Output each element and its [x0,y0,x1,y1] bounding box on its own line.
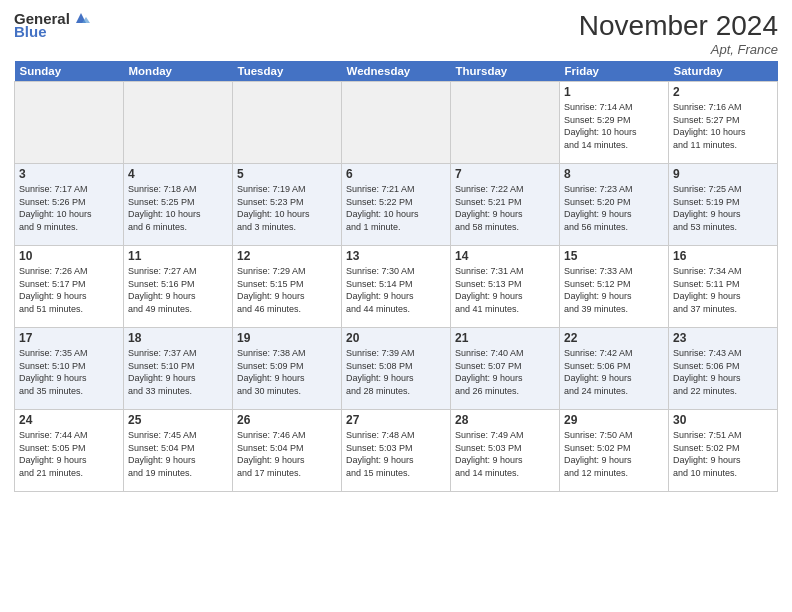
calendar-cell: 5Sunrise: 7:19 AM Sunset: 5:23 PM Daylig… [233,164,342,246]
calendar-cell: 12Sunrise: 7:29 AM Sunset: 5:15 PM Dayli… [233,246,342,328]
calendar-cell: 10Sunrise: 7:26 AM Sunset: 5:17 PM Dayli… [15,246,124,328]
weekday-header-sunday: Sunday [15,61,124,82]
day-info: Sunrise: 7:19 AM Sunset: 5:23 PM Dayligh… [237,183,337,233]
calendar-cell: 9Sunrise: 7:25 AM Sunset: 5:19 PM Daylig… [669,164,778,246]
calendar-cell: 23Sunrise: 7:43 AM Sunset: 5:06 PM Dayli… [669,328,778,410]
calendar-cell: 26Sunrise: 7:46 AM Sunset: 5:04 PM Dayli… [233,410,342,492]
day-info: Sunrise: 7:49 AM Sunset: 5:03 PM Dayligh… [455,429,555,479]
day-info: Sunrise: 7:35 AM Sunset: 5:10 PM Dayligh… [19,347,119,397]
calendar-cell: 2Sunrise: 7:16 AM Sunset: 5:27 PM Daylig… [669,82,778,164]
day-info: Sunrise: 7:45 AM Sunset: 5:04 PM Dayligh… [128,429,228,479]
calendar-cell: 22Sunrise: 7:42 AM Sunset: 5:06 PM Dayli… [560,328,669,410]
calendar-cell: 16Sunrise: 7:34 AM Sunset: 5:11 PM Dayli… [669,246,778,328]
calendar-cell: 7Sunrise: 7:22 AM Sunset: 5:21 PM Daylig… [451,164,560,246]
day-number: 19 [237,331,337,345]
day-info: Sunrise: 7:14 AM Sunset: 5:29 PM Dayligh… [564,101,664,151]
day-info: Sunrise: 7:38 AM Sunset: 5:09 PM Dayligh… [237,347,337,397]
day-info: Sunrise: 7:17 AM Sunset: 5:26 PM Dayligh… [19,183,119,233]
day-number: 14 [455,249,555,263]
day-number: 18 [128,331,228,345]
day-info: Sunrise: 7:31 AM Sunset: 5:13 PM Dayligh… [455,265,555,315]
day-info: Sunrise: 7:34 AM Sunset: 5:11 PM Dayligh… [673,265,773,315]
day-number: 20 [346,331,446,345]
day-number: 3 [19,167,119,181]
day-number: 12 [237,249,337,263]
calendar-cell [451,82,560,164]
calendar-cell: 19Sunrise: 7:38 AM Sunset: 5:09 PM Dayli… [233,328,342,410]
day-number: 27 [346,413,446,427]
day-number: 2 [673,85,773,99]
day-number: 10 [19,249,119,263]
calendar-cell: 6Sunrise: 7:21 AM Sunset: 5:22 PM Daylig… [342,164,451,246]
day-info: Sunrise: 7:50 AM Sunset: 5:02 PM Dayligh… [564,429,664,479]
day-number: 11 [128,249,228,263]
calendar-cell [233,82,342,164]
day-info: Sunrise: 7:39 AM Sunset: 5:08 PM Dayligh… [346,347,446,397]
day-info: Sunrise: 7:18 AM Sunset: 5:25 PM Dayligh… [128,183,228,233]
day-number: 7 [455,167,555,181]
day-number: 1 [564,85,664,99]
day-info: Sunrise: 7:23 AM Sunset: 5:20 PM Dayligh… [564,183,664,233]
calendar-cell: 13Sunrise: 7:30 AM Sunset: 5:14 PM Dayli… [342,246,451,328]
day-info: Sunrise: 7:46 AM Sunset: 5:04 PM Dayligh… [237,429,337,479]
calendar-cell: 4Sunrise: 7:18 AM Sunset: 5:25 PM Daylig… [124,164,233,246]
day-number: 13 [346,249,446,263]
calendar-cell: 29Sunrise: 7:50 AM Sunset: 5:02 PM Dayli… [560,410,669,492]
calendar-week-row: 17Sunrise: 7:35 AM Sunset: 5:10 PM Dayli… [15,328,778,410]
calendar-cell: 27Sunrise: 7:48 AM Sunset: 5:03 PM Dayli… [342,410,451,492]
day-info: Sunrise: 7:27 AM Sunset: 5:16 PM Dayligh… [128,265,228,315]
day-number: 25 [128,413,228,427]
calendar-cell [15,82,124,164]
day-number: 17 [19,331,119,345]
day-number: 16 [673,249,773,263]
day-info: Sunrise: 7:42 AM Sunset: 5:06 PM Dayligh… [564,347,664,397]
day-info: Sunrise: 7:21 AM Sunset: 5:22 PM Dayligh… [346,183,446,233]
day-info: Sunrise: 7:33 AM Sunset: 5:12 PM Dayligh… [564,265,664,315]
calendar-cell: 18Sunrise: 7:37 AM Sunset: 5:10 PM Dayli… [124,328,233,410]
day-info: Sunrise: 7:43 AM Sunset: 5:06 PM Dayligh… [673,347,773,397]
day-number: 9 [673,167,773,181]
logo-icon [72,9,90,27]
calendar-week-row: 24Sunrise: 7:44 AM Sunset: 5:05 PM Dayli… [15,410,778,492]
calendar-cell: 1Sunrise: 7:14 AM Sunset: 5:29 PM Daylig… [560,82,669,164]
day-info: Sunrise: 7:29 AM Sunset: 5:15 PM Dayligh… [237,265,337,315]
calendar-cell: 21Sunrise: 7:40 AM Sunset: 5:07 PM Dayli… [451,328,560,410]
day-info: Sunrise: 7:16 AM Sunset: 5:27 PM Dayligh… [673,101,773,151]
day-info: Sunrise: 7:30 AM Sunset: 5:14 PM Dayligh… [346,265,446,315]
calendar-cell [124,82,233,164]
day-number: 29 [564,413,664,427]
day-number: 28 [455,413,555,427]
calendar-week-row: 3Sunrise: 7:17 AM Sunset: 5:26 PM Daylig… [15,164,778,246]
day-info: Sunrise: 7:40 AM Sunset: 5:07 PM Dayligh… [455,347,555,397]
day-number: 21 [455,331,555,345]
day-info: Sunrise: 7:37 AM Sunset: 5:10 PM Dayligh… [128,347,228,397]
day-number: 23 [673,331,773,345]
calendar-week-row: 10Sunrise: 7:26 AM Sunset: 5:17 PM Dayli… [15,246,778,328]
calendar-cell: 30Sunrise: 7:51 AM Sunset: 5:02 PM Dayli… [669,410,778,492]
calendar-week-row: 1Sunrise: 7:14 AM Sunset: 5:29 PM Daylig… [15,82,778,164]
day-info: Sunrise: 7:44 AM Sunset: 5:05 PM Dayligh… [19,429,119,479]
calendar-cell: 8Sunrise: 7:23 AM Sunset: 5:20 PM Daylig… [560,164,669,246]
calendar-table: SundayMondayTuesdayWednesdayThursdayFrid… [14,61,778,492]
day-number: 15 [564,249,664,263]
calendar-cell: 28Sunrise: 7:49 AM Sunset: 5:03 PM Dayli… [451,410,560,492]
header-row: General Blue November 2024 Apt, France [14,10,778,57]
day-number: 30 [673,413,773,427]
month-title: November 2024 [579,10,778,42]
weekday-header-tuesday: Tuesday [233,61,342,82]
weekday-header-friday: Friday [560,61,669,82]
calendar-cell: 17Sunrise: 7:35 AM Sunset: 5:10 PM Dayli… [15,328,124,410]
day-number: 5 [237,167,337,181]
day-number: 26 [237,413,337,427]
day-number: 22 [564,331,664,345]
logo: General Blue [14,10,90,40]
calendar-cell [342,82,451,164]
weekday-header-row: SundayMondayTuesdayWednesdayThursdayFrid… [15,61,778,82]
calendar-cell: 14Sunrise: 7:31 AM Sunset: 5:13 PM Dayli… [451,246,560,328]
calendar-container: General Blue November 2024 Apt, France S… [0,0,792,498]
weekday-header-saturday: Saturday [669,61,778,82]
calendar-cell: 11Sunrise: 7:27 AM Sunset: 5:16 PM Dayli… [124,246,233,328]
location: Apt, France [579,42,778,57]
weekday-header-monday: Monday [124,61,233,82]
calendar-cell: 15Sunrise: 7:33 AM Sunset: 5:12 PM Dayli… [560,246,669,328]
